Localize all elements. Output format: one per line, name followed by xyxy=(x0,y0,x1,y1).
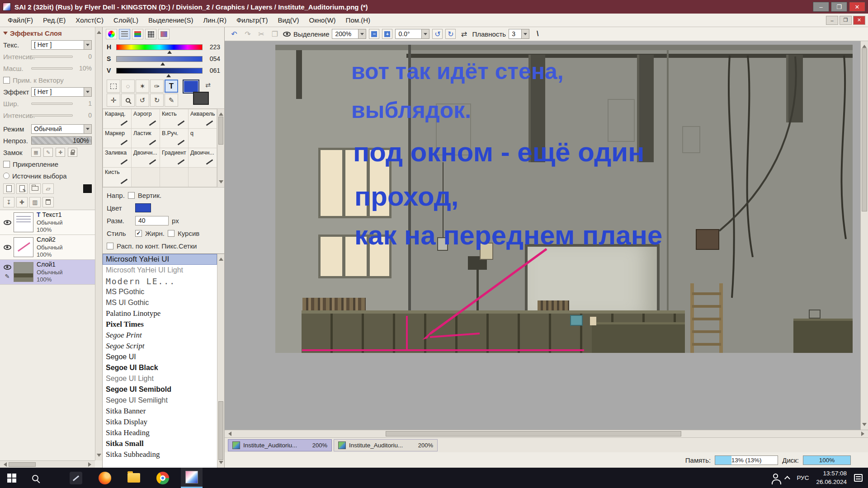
layer-row-text1[interactable]: TТекст1 Обычный 100% xyxy=(0,210,95,235)
angle-select[interactable]: 0.0° xyxy=(395,29,429,39)
language-indicator[interactable]: РУС xyxy=(797,474,809,481)
scrollbar-thumb[interactable] xyxy=(862,48,867,211)
eyedropper-tool[interactable] xyxy=(165,94,178,107)
opacity-slider[interactable]: 100% xyxy=(31,136,92,145)
brush-cell[interactable]: Акварель xyxy=(189,109,217,128)
font-item[interactable]: Segoe UI Black xyxy=(103,362,217,373)
selection-source-radio[interactable] xyxy=(3,173,9,179)
brush-cell[interactable]: Градиент xyxy=(160,148,188,167)
width-slider[interactable] xyxy=(31,103,73,105)
visibility-eye-icon[interactable] xyxy=(4,245,11,250)
people-icon[interactable] xyxy=(773,474,778,479)
font-item[interactable]: Sitka Small xyxy=(103,438,217,449)
menu-canvas[interactable]: Холст(C) xyxy=(71,14,108,26)
italic-checkbox[interactable] xyxy=(168,230,175,237)
dropdown-arrow-icon[interactable] xyxy=(84,41,91,49)
layer-effects-header[interactable]: Эффекты Слоя xyxy=(0,27,95,39)
brush-cell[interactable]: Каранд. xyxy=(103,109,131,128)
move-tool[interactable] xyxy=(107,94,120,107)
merge-layer-button[interactable]: ▥ xyxy=(29,197,41,207)
smoothness-select[interactable]: 3 xyxy=(509,29,529,39)
menu-filter[interactable]: Фильтр(T) xyxy=(231,14,273,26)
brush-cell[interactable]: Кисть xyxy=(160,109,188,128)
scale-slider[interactable] xyxy=(31,67,73,70)
zoom-tool[interactable] xyxy=(121,94,135,107)
duplicate-layer-button[interactable]: ✚ xyxy=(16,197,28,207)
scrollbar-thumb[interactable] xyxy=(9,462,36,467)
layer-panel-horizontal-scrollbar[interactable] xyxy=(0,460,95,468)
rotate-ccw-button[interactable] xyxy=(432,29,443,39)
reset-rotation-tool[interactable] xyxy=(150,94,164,107)
brush-cell[interactable]: В.Руч. xyxy=(160,129,188,148)
scrollbar-thumb[interactable] xyxy=(218,401,223,460)
font-item[interactable]: Segoe UI Light xyxy=(103,373,217,384)
scroll-up-arrow-icon[interactable] xyxy=(862,42,867,48)
rotate-cw-button[interactable] xyxy=(445,29,456,39)
scroll-left-arrow-icon[interactable] xyxy=(1,462,7,467)
dropdown-arrow-icon[interactable] xyxy=(84,88,91,96)
copy-button[interactable] xyxy=(269,29,280,39)
scroll-down-arrow-icon[interactable] xyxy=(862,423,867,428)
doc-close-button[interactable] xyxy=(853,16,865,25)
hue-marker[interactable] xyxy=(167,48,172,54)
font-item[interactable]: MS PGothic xyxy=(103,286,217,297)
fill-swatch[interactable] xyxy=(83,184,92,193)
lock-move-toggle[interactable]: ✚ xyxy=(56,148,65,157)
brush-cell[interactable]: Маркер xyxy=(103,129,131,148)
brush-cell[interactable]: Аэрогр xyxy=(132,109,160,128)
font-item[interactable]: Sitka Banner xyxy=(103,406,217,417)
scroll-down-arrow-icon[interactable] xyxy=(97,454,101,459)
swap-colors-icon[interactable] xyxy=(205,81,211,89)
scroll-down-arrow-icon[interactable] xyxy=(219,180,223,186)
select-pen-tool[interactable] xyxy=(150,80,164,93)
font-item[interactable]: MS UI Gothic xyxy=(103,297,217,308)
dropdown-arrow-icon[interactable] xyxy=(84,125,91,133)
magic-wand-tool[interactable] xyxy=(136,80,149,93)
hue-slider[interactable] xyxy=(116,44,203,50)
font-item[interactable]: Modern LE... xyxy=(103,276,217,286)
color-mixer-button[interactable] xyxy=(158,29,170,39)
font-item[interactable]: Segoe UI Semilight xyxy=(103,395,217,406)
color-wheel-button[interactable] xyxy=(106,29,117,39)
brush-cell[interactable]: Двоичн... xyxy=(132,148,160,167)
intensity2-slider[interactable] xyxy=(31,114,73,117)
artwork-image[interactable]: вот так идёт стена, выблядок. под окном … xyxy=(275,45,853,353)
taskbar-search-button[interactable] xyxy=(24,468,47,488)
canvas-vertical-scrollbar[interactable] xyxy=(860,41,868,430)
scrollbar-thumb[interactable] xyxy=(386,431,682,436)
menu-help[interactable]: Пом.(H) xyxy=(341,14,375,26)
visibility-eye-icon[interactable] xyxy=(4,220,11,225)
flip-horizontal-button[interactable] xyxy=(458,29,469,39)
font-item[interactable]: Palatino Linotype xyxy=(103,308,217,319)
clear-layer-button[interactable]: ↧ xyxy=(3,197,14,207)
document-tab[interactable]: Institute_Auditoriu... 200% xyxy=(334,439,438,451)
brush-cell[interactable]: q xyxy=(189,129,217,148)
dropdown-arrow-icon[interactable] xyxy=(421,29,429,38)
lock-paint-toggle[interactable]: ✎ xyxy=(43,148,53,157)
rgb-sliders-button[interactable] xyxy=(132,29,143,39)
canvas-horizontal-scrollbar[interactable] xyxy=(225,430,868,437)
scroll-down-arrow-icon[interactable] xyxy=(219,461,223,466)
cut-button[interactable] xyxy=(256,29,267,39)
font-item[interactable]: Segoe UI Semibold xyxy=(103,384,217,395)
taskbar-app-dark[interactable] xyxy=(65,468,87,488)
menu-layer[interactable]: Слой(L) xyxy=(108,14,143,26)
brush-cell[interactable]: Двоичн... xyxy=(189,148,217,167)
transfer-button[interactable]: ▱ xyxy=(42,183,54,194)
doc-minimize-button[interactable] xyxy=(826,16,838,25)
lock-all-toggle[interactable] xyxy=(68,148,77,157)
swatches-button[interactable] xyxy=(145,29,156,39)
taskbar-app-firefox[interactable] xyxy=(94,468,116,488)
pixel-grid-checkbox[interactable] xyxy=(107,243,113,249)
layer-row-layer1-selected[interactable]: Слой1 Обычный 100% xyxy=(0,260,95,285)
vertical-checkbox[interactable] xyxy=(128,192,135,199)
font-item[interactable]: Sitka Subheading xyxy=(103,449,217,460)
layer-row-layer2[interactable]: Слой2 Обычный 100% xyxy=(0,235,95,260)
scroll-up-arrow-icon[interactable] xyxy=(219,110,223,116)
menu-line[interactable]: Лин.(R) xyxy=(198,14,231,26)
menu-selection[interactable]: Выделение(S) xyxy=(143,14,198,26)
intensity-slider[interactable] xyxy=(31,56,73,58)
text-size-input[interactable]: 40 xyxy=(135,216,169,225)
minimize-button[interactable] xyxy=(813,2,829,12)
clock[interactable]: 13:57:08 26.06.2024 xyxy=(816,469,847,486)
